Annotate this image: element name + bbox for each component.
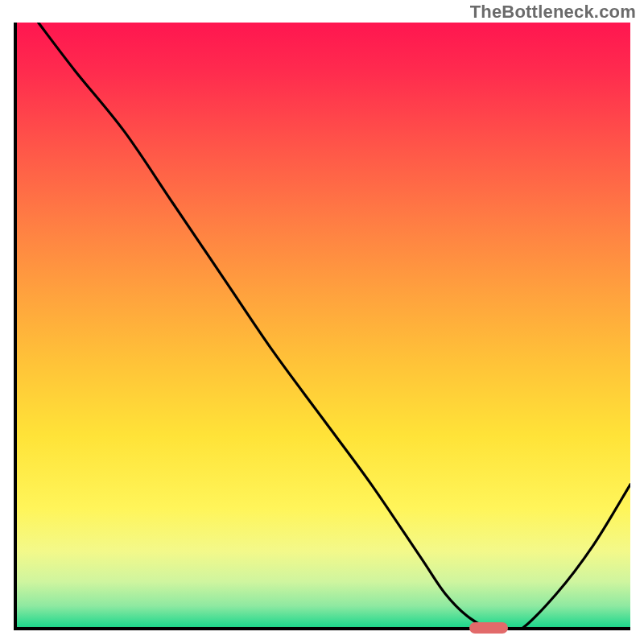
bottleneck-curve [14,23,630,630]
watermark-text: TheBottleneck.com [470,2,636,23]
optimal-point-marker [469,622,508,634]
chart-container: TheBottleneck.com [0,0,644,644]
plot-area [14,23,630,630]
